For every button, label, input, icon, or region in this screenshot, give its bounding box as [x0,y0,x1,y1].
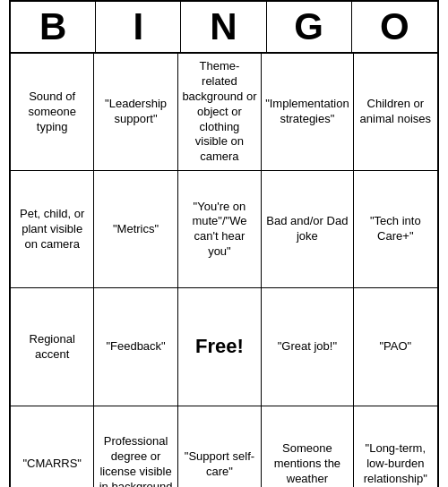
cell-8[interactable]: Bad and/or Dad joke [262,171,354,288]
bingo-grid: Sound of someone typing "Leadership supp… [11,54,437,487]
bingo-header: B I N G O [11,2,437,54]
cell-7[interactable]: "You're on mute"/"We can't hear you" [178,171,262,288]
cell-4[interactable]: Children or animal noises [354,54,437,171]
cell-free[interactable]: Free! [178,288,262,406]
cell-9[interactable]: "Tech into Care+" [354,171,437,288]
header-i: I [96,2,181,52]
header-b: B [11,2,96,52]
cell-1[interactable]: "Leadership support" [94,54,177,171]
header-n: N [181,2,266,52]
cell-0[interactable]: Sound of someone typing [11,54,94,171]
cell-2[interactable]: Theme-related background or object or cl… [178,54,262,171]
header-o: O [352,2,437,52]
cell-15[interactable]: "CMARRS" [11,406,94,487]
cell-13[interactable]: "Great job!" [262,288,354,406]
cell-10[interactable]: Regional accent [11,288,94,406]
cell-19[interactable]: "Long-term, low-burden relationship" [354,406,437,487]
cell-16[interactable]: Professional degree or license visible i… [94,406,177,487]
header-g: G [267,2,352,52]
cell-18[interactable]: Someone mentions the weather [262,406,354,487]
bingo-card: B I N G O Sound of someone typing "Leade… [9,0,439,487]
cell-5[interactable]: Pet, child, or plant visible on camera [11,171,94,288]
cell-14[interactable]: "PAO" [354,288,437,406]
cell-3[interactable]: "Implementation strategies" [262,54,354,171]
cell-6[interactable]: "Metrics" [94,171,177,288]
cell-11[interactable]: "Feedback" [94,288,177,406]
cell-17[interactable]: "Support self-care" [178,406,262,487]
